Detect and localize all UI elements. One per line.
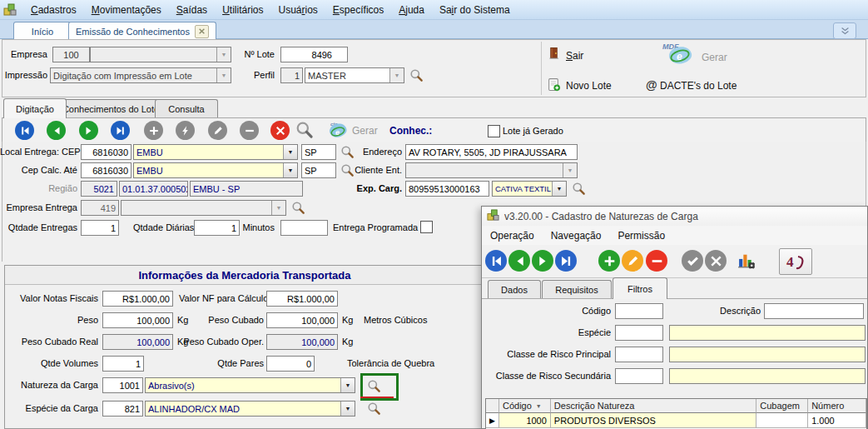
delete-icon[interactable] (646, 250, 667, 272)
sort-desc-icon[interactable]: ▼ (536, 403, 542, 409)
numero-lote-field[interactable]: 8496 (280, 47, 348, 62)
cep-calc-field[interactable]: 6816030 (81, 162, 131, 178)
gerar-mdfe-button[interactable]: Gerar (702, 52, 727, 63)
perfil-combo[interactable]: MASTER▼ (305, 67, 404, 83)
menu-usu-rios[interactable]: Usuários (270, 2, 325, 18)
popup-menu-opera-o[interactable]: Operação (482, 227, 543, 244)
empresa-entrega-search-icon[interactable] (291, 201, 305, 215)
natureza-code-field[interactable]: 1001 (102, 377, 143, 393)
nav-first-icon[interactable] (485, 250, 507, 272)
menu-sair-do-sistema[interactable]: Sair do Sistema (432, 2, 518, 18)
menu-sa-das[interactable]: Saídas (169, 2, 215, 18)
popup-menu-permiss-o[interactable]: Permissão (609, 227, 673, 244)
chevron-down-icon[interactable]: ▼ (340, 402, 355, 416)
confirm-icon[interactable] (682, 250, 703, 272)
entrega-programada-checkbox[interactable] (420, 221, 433, 233)
edit-icon[interactable] (622, 250, 643, 272)
valor-nf-calc-field[interactable]: R$1.000,00 (266, 291, 338, 307)
edit-icon[interactable] (208, 121, 227, 140)
grid-column-n-mero[interactable]: Número (808, 399, 866, 413)
vendor-logo-button[interactable]: 4 (779, 248, 812, 275)
dactes-do-lote-button[interactable]: DACTE's do Lote (660, 80, 737, 92)
qtdade-entregas-field[interactable]: 1 (81, 220, 119, 236)
exp-carg-combo[interactable]: CATIVA TEXTIL IN▼ (492, 181, 567, 197)
gerar-cte-button[interactable]: Gerar (352, 125, 378, 137)
grid-cell[interactable]: PRODUTOS DIVERSOS (551, 413, 756, 428)
popup-tab-dados[interactable]: Dados (488, 280, 541, 299)
menu-utilit-rios[interactable]: Utilitários (215, 2, 270, 18)
popup-menu-navega-o[interactable]: Navegação (543, 227, 610, 244)
tab-conhecimentos-do-lote[interactable]: Conhecimentos do Lote (54, 99, 167, 118)
chevron-down-icon[interactable]: ▼ (283, 145, 297, 159)
lote-ja-gerado-checkbox[interactable] (488, 125, 500, 137)
valor-nf-field[interactable]: R$1.000,00 (102, 291, 173, 307)
grid-column-c-digo[interactable]: Código▼ (499, 399, 551, 413)
chevron-down-icon[interactable]: ▼ (283, 163, 297, 177)
chevron-down-icon[interactable]: ▼ (216, 68, 231, 82)
nav-prev-icon[interactable] (47, 121, 66, 140)
nav-next-icon[interactable] (532, 250, 553, 272)
grid-column-descri-o-natureza[interactable]: Descrição Natureza (551, 399, 756, 413)
cliente-ent-combo[interactable]: ▼ (405, 162, 578, 178)
peso-field[interactable]: 100,000 (102, 312, 173, 328)
close-tab-icon[interactable] (195, 25, 209, 38)
insert-icon[interactable] (598, 250, 620, 272)
popup-classe-principal-field[interactable] (615, 347, 663, 362)
local-cidade-combo[interactable]: EMBU▼ (133, 144, 298, 160)
exp-carg-cnpj-field[interactable]: 80959513000163 (405, 181, 489, 197)
menu-cadastros[interactable]: Cadastros (23, 2, 84, 18)
naturezas-grid[interactable]: Código▼Descrição NaturezaCubagemNúmero▶1… (485, 398, 867, 429)
grid-cell[interactable] (756, 413, 808, 428)
chevron-down-icon[interactable]: ▼ (271, 201, 285, 215)
natureza-combo[interactable]: Abrasivo(s)▼ (145, 377, 355, 393)
remove-icon[interactable] (240, 121, 259, 140)
cep-calc-uf-field[interactable]: SP (301, 162, 336, 178)
nav-last-icon[interactable] (555, 250, 577, 272)
popup-especie-code-field[interactable] (615, 325, 663, 341)
chart-settings-icon[interactable] (737, 251, 757, 271)
exp-carg-search-icon[interactable] (572, 182, 586, 196)
tab-digitacao[interactable]: Digitação (3, 98, 67, 118)
grid-data-row[interactable]: ▶1000PRODUTOS DIVERSOS1.000 (486, 413, 866, 428)
menu-movimenta-es[interactable]: Movimentações (84, 2, 169, 18)
chevron-down-icon[interactable]: ▼ (552, 182, 566, 196)
cancel-icon[interactable] (270, 121, 290, 140)
popup-descricao-field[interactable] (764, 303, 864, 319)
nav-prev-icon[interactable] (508, 250, 530, 272)
menu-espec-ficos[interactable]: Específicos (325, 2, 391, 18)
endereco-field[interactable]: AV ROTARY, 5505, JD PIRAJUSSARA (405, 144, 578, 160)
tab-overflow-button[interactable] (833, 22, 856, 39)
tab-emissao-conhecimentos[interactable]: Emissão de Conhecimentos (68, 22, 216, 40)
especie-search-icon[interactable] (367, 402, 381, 416)
search-icon[interactable] (295, 121, 314, 139)
cep-calc-cidade-combo[interactable]: EMBU▼ (133, 162, 298, 178)
tab-inicio[interactable]: Início (13, 22, 72, 40)
nav-first-icon[interactable] (15, 121, 34, 140)
grid-column-cubagem[interactable]: Cubagem (756, 399, 808, 413)
local-uf-field[interactable]: SP (301, 144, 336, 160)
perfil-search-icon[interactable] (409, 68, 424, 82)
local-cep-field[interactable]: 6816030 (81, 144, 131, 160)
natureza-search-icon[interactable] (367, 379, 381, 393)
perfil-code-field[interactable]: 1 (280, 67, 303, 83)
cancel-icon[interactable] (705, 250, 727, 272)
empresa-code-field[interactable]: 100 (52, 47, 90, 62)
impressao-combo[interactable]: Digitação com Impressão em Lote▼ (50, 67, 231, 83)
popup-titlebar[interactable]: v3.20.00 - Cadastro de Naturezas de Carg… (482, 207, 867, 226)
qtde-volumes-field[interactable]: 1 (102, 356, 144, 372)
add-icon[interactable] (144, 121, 163, 140)
menu-ajuda[interactable]: Ajuda (391, 2, 432, 18)
qtde-pares-field[interactable]: 0 (266, 356, 315, 372)
qtdade-diarias-field[interactable]: 1 (194, 220, 240, 236)
empresa-combo[interactable]: ▼ (90, 47, 231, 62)
peso-cubado-field[interactable]: 100,000 (266, 312, 338, 328)
sair-button[interactable]: Sair (566, 50, 583, 62)
nav-next-icon[interactable] (79, 121, 98, 140)
novo-lote-button[interactable]: Novo Lote (566, 80, 612, 92)
grid-cell[interactable]: 1000 (499, 413, 551, 428)
chevron-down-icon[interactable]: ▼ (340, 378, 355, 392)
popup-tab-requisitos[interactable]: Requisitos (542, 280, 612, 299)
execute-icon[interactable] (176, 121, 195, 140)
especie-code-field[interactable]: 821 (102, 401, 143, 417)
tab-consulta[interactable]: Consulta (155, 99, 218, 118)
